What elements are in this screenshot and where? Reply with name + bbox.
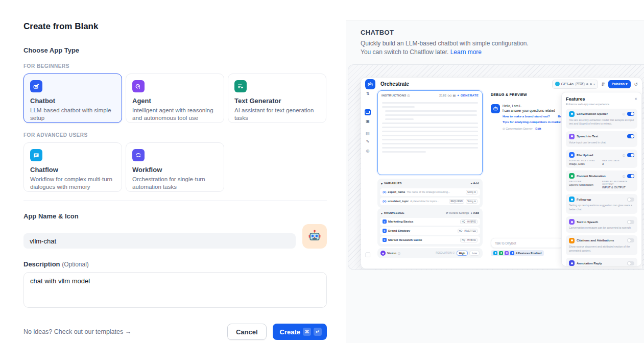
arrow-right-icon: → bbox=[125, 328, 132, 335]
feature-item: Text to Speech Conversation messages can… bbox=[566, 216, 637, 233]
edit-link: Edit bbox=[535, 127, 541, 130]
feature-toggle bbox=[627, 112, 634, 116]
model-feature-dot-icon bbox=[586, 83, 588, 85]
app-type-card-text-generator[interactable]: Text Generator AI assistant for text gen… bbox=[228, 74, 326, 123]
description-label: Description (Optional) bbox=[23, 260, 327, 268]
feature-item: File Upload ⓘ SUPPORT FILE TYPES Image, … bbox=[566, 150, 637, 168]
preview-frame: Orchestrate GPT-4o CHAT ▾ ⇵ bbox=[348, 64, 644, 270]
feature-toggle bbox=[627, 134, 634, 138]
info-icon: ⓘ bbox=[452, 252, 455, 254]
resolution-high-chip: High bbox=[457, 251, 468, 256]
learn-more-link[interactable]: Learn more bbox=[450, 48, 482, 56]
generate-label: GENERATE bbox=[461, 94, 479, 97]
follow-up-icon bbox=[569, 197, 575, 202]
group-label-beginners: FOR BEGINNERS bbox=[23, 63, 327, 69]
speech-to-text-icon bbox=[569, 134, 575, 139]
info-icon: ⓘ bbox=[623, 112, 625, 115]
prompt-tab-icon bbox=[365, 109, 371, 115]
enter-key-icon: ↵ bbox=[314, 328, 322, 336]
add-knowledge-button: + Add bbox=[470, 211, 479, 214]
card-title: Agent bbox=[132, 97, 218, 105]
model-feature-dot-icon bbox=[590, 83, 592, 85]
conversation-opener-note: ◎ Conversation Opener Edit bbox=[503, 127, 563, 130]
cancel-button[interactable]: Cancel bbox=[227, 324, 267, 340]
feature-toggle bbox=[627, 198, 634, 202]
citations-icon bbox=[569, 238, 575, 243]
templates-link[interactable]: No ideas? Check out our templates → bbox=[23, 328, 131, 335]
card-desc: Orchestration for single-turn automation… bbox=[132, 176, 218, 191]
dataset-badge: HQ · HYBRID bbox=[460, 238, 478, 242]
gpt-icon bbox=[555, 82, 560, 86]
preview-pane: CHATBOT Quickly build an LLM-based chatb… bbox=[346, 0, 644, 343]
app-icon-button[interactable] bbox=[302, 224, 327, 249]
chat-input: Talk to DifyBot bbox=[491, 238, 563, 248]
variable-icon: {x} bbox=[448, 94, 452, 97]
vision-label: Vision bbox=[387, 252, 396, 255]
resolution-label-text: RESOLUTION bbox=[436, 252, 451, 254]
variable-name: unrelated_topic bbox=[388, 200, 409, 203]
app-type-card-chatflow[interactable]: Chatflow Workflow for complex multi-turn… bbox=[23, 142, 122, 192]
conversation-opener-icon bbox=[569, 111, 575, 117]
image-icon: ▣ bbox=[366, 119, 370, 124]
variable-icon: {x} bbox=[383, 190, 386, 193]
app-type-card-chatbot[interactable]: Chatbot LLM-based chatbot with simple se… bbox=[23, 74, 122, 123]
variable-type: String bbox=[467, 191, 473, 193]
card-desc: AI assistant for text generation tasks bbox=[234, 107, 320, 122]
knowledge-title: KNOWLEDGE bbox=[384, 211, 404, 214]
variable-name: expert_name bbox=[388, 190, 405, 193]
app-type-card-workflow[interactable]: Workflow Orchestration for single-turn a… bbox=[126, 142, 224, 192]
instructions-skeleton bbox=[378, 100, 482, 157]
cmd-key-icon: ⌘ bbox=[303, 328, 311, 336]
meta-key: ENABLED MODERATE CONTENT bbox=[602, 180, 634, 185]
suggested-question-text: How to make a brand stand out? bbox=[503, 115, 550, 118]
preview-heading: CHATBOT bbox=[361, 29, 644, 36]
feature-name: Conversation Opener bbox=[577, 112, 621, 115]
create-form-pane: Create from Blank Choose App Type FOR BE… bbox=[0, 0, 346, 343]
publish-label: Publish bbox=[612, 82, 625, 86]
create-app-modal: Create from Blank Choose App Type FOR BE… bbox=[0, 0, 644, 343]
meta-value: Image, Docs bbox=[569, 162, 601, 165]
variable-type: String bbox=[467, 200, 473, 203]
opener-icon: ◎ bbox=[503, 127, 505, 130]
preview-body: CHATBOT Quickly build an LLM-based chatb… bbox=[346, 21, 644, 343]
greeting-line: I can answer your questions related bbox=[503, 109, 563, 112]
beginner-cards: Chatbot LLM-based chatbot with simple se… bbox=[23, 74, 327, 123]
app-name-input[interactable] bbox=[23, 233, 296, 249]
feature-item: Speech to Text Voice input can be used i… bbox=[566, 131, 637, 148]
greeting-line: Hello, I am L. bbox=[503, 104, 563, 108]
form-divider bbox=[23, 200, 327, 201]
app-type-card-agent[interactable]: Agent Intelligent agent with reasoning a… bbox=[126, 74, 224, 123]
globe-icon: ◎ bbox=[366, 149, 370, 153]
publish-button: Publish ▾ bbox=[608, 80, 631, 88]
create-button[interactable]: Create ⌘ ↵ bbox=[273, 324, 327, 340]
swap-icon: ⇅ bbox=[366, 92, 370, 96]
instructions-panel: INSTRUCTIONS ⓘ 2182 {x} ▤ ✦ GENERATE bbox=[377, 90, 483, 175]
card-title: Chatbot bbox=[30, 97, 115, 105]
content-moderation-icon bbox=[569, 173, 575, 179]
dataset-name: Brand Strategy bbox=[388, 229, 456, 232]
preview-description-text: Quickly build an LLM-based chatbot with … bbox=[361, 40, 529, 56]
rerank-settings: ⇄ Rerank Settings bbox=[446, 211, 469, 214]
feature-name: Annotation Reply bbox=[577, 262, 625, 265]
resolution-label: RESOLUTION ⓘ bbox=[436, 252, 455, 254]
features-enabled-bar: 4 Features Enabled bbox=[491, 250, 544, 256]
text-to-speech-icon bbox=[569, 219, 575, 225]
variable-row: {x} expert_name The name of the strategi… bbox=[380, 188, 480, 196]
preview-topbar bbox=[346, 0, 644, 21]
mock-controls: GPT-4o CHAT ▾ ⇵ Publish ▾ ↺ bbox=[552, 80, 638, 89]
knowledge-row: ≡ Market Research Guide HQ · HYBRID bbox=[380, 236, 480, 244]
workflow-icon bbox=[132, 149, 145, 161]
card-desc: LLM-based chatbot with simple setup bbox=[30, 107, 115, 122]
char-count: 2182 bbox=[439, 94, 447, 97]
app-name-row bbox=[23, 224, 327, 249]
model-selector: GPT-4o CHAT ▾ bbox=[552, 80, 598, 89]
feature-name: Citations and Attributions bbox=[577, 239, 625, 242]
variable-icon: {x} bbox=[383, 200, 386, 203]
meta-key: MAX UPLOADS bbox=[602, 159, 634, 162]
preview-description: Quickly build an LLM-based chatbot with … bbox=[361, 39, 540, 57]
caret-down-icon: ▾ bbox=[381, 211, 383, 215]
add-variable-button: + Add bbox=[470, 182, 479, 185]
meta-key: SUPPORT FILE TYPES bbox=[569, 159, 601, 162]
variable-desc: The name of the strategic consulting... bbox=[407, 190, 464, 193]
description-textarea[interactable]: chat with vllm model bbox=[23, 272, 327, 308]
